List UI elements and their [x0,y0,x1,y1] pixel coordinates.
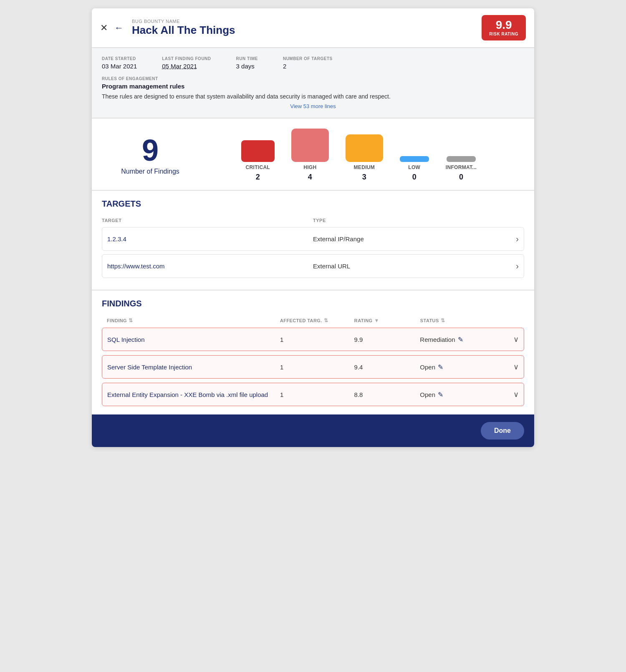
main-container: ✕ ← BUG BOUNTY NAME Hack All The Things … [92,8,534,447]
sort-icon-rating: ▼ [374,318,379,323]
finding-row[interactable]: External Entity Expansion - XXE Bomb via… [102,383,524,406]
meta-row-1: DATE STARTED 03 Mar 2021 LAST FINDING FO… [102,56,524,70]
sort-icon-finding: ⇅ [129,318,133,323]
finding-status-3: Open ✎ [420,391,513,399]
high-count: 4 [308,173,312,182]
target-name-2: https://www.test.com [107,263,313,270]
severity-critical: CRITICAL 2 [241,140,275,182]
chevron-down-icon[interactable]: ∨ [513,362,519,371]
targets-title: TARGETS [102,199,524,209]
targets-header: TARGET TYPE [102,215,524,225]
critical-bar [241,140,275,162]
last-finding: LAST FINDING FOUND 05 Mar 2021 [162,56,211,70]
finding-targets-3: 1 [280,391,354,398]
critical-label: CRITICAL [246,164,270,170]
run-time: RUN TIME 3 days [236,56,258,70]
findings-number: 9 [142,135,159,165]
rules-desc: These rules are designed to ensure that … [102,93,524,100]
chevron-right-icon: › [516,261,519,271]
header: ✕ ← BUG BOUNTY NAME Hack All The Things … [92,8,534,48]
edit-icon[interactable]: ✎ [438,391,443,399]
medium-label: MEDIUM [354,164,375,170]
done-button[interactable]: Done [481,422,524,440]
page-title: Hack All The Things [132,24,235,37]
target-row[interactable]: https://www.test.com External URL › [102,254,524,278]
chevron-down-icon[interactable]: ∨ [513,335,519,344]
finding-targets-1: 1 [280,336,354,343]
rules-title: Program management rules [102,83,524,90]
last-finding-label: LAST FINDING FOUND [162,56,211,61]
finding-row[interactable]: SQL Injection 1 9.9 Remediation ✎ ∨ [102,328,524,351]
num-targets-label: NUMBER OF TARGETS [283,56,333,61]
medium-bar [346,134,383,162]
finding-name-2: Server Side Template Injection [107,364,280,371]
findings-section: FINDINGS FINDING ⇅ AFFECTED TARG. ⇅ RATI… [92,291,534,414]
finding-name-3: External Entity Expansion - XXE Bomb via… [107,391,280,398]
findings-count-block: 9 Number of Findings [104,135,196,175]
back-icon[interactable]: ← [114,23,124,33]
target-type-2: External URL [313,263,516,270]
col-affected[interactable]: AFFECTED TARG. ⇅ [280,318,354,323]
num-targets-value: 2 [283,63,333,70]
severity-bars: CRITICAL 2 HIGH 4 MEDIUM 3 LOW 0 INFORMA… [196,129,522,182]
close-icon[interactable]: ✕ [100,23,108,33]
bug-bounty-label: BUG BOUNTY NAME [132,19,235,24]
severity-medium: MEDIUM 3 [346,134,383,182]
finding-targets-2: 1 [280,364,354,371]
stats-section: 9 Number of Findings CRITICAL 2 HIGH 4 M… [92,119,534,191]
chevron-down-icon[interactable]: ∨ [513,390,519,399]
date-started-value: 03 Mar 2021 [102,63,137,70]
target-name-1: 1.2.3.4 [107,235,313,243]
critical-count: 2 [256,173,260,182]
footer: Done [92,414,534,447]
target-type-1: External IP/Range [313,235,516,243]
col-rating[interactable]: RATING ▼ [354,318,420,323]
severity-low: LOW 0 [400,156,429,182]
targets-section: TARGETS TARGET TYPE 1.2.3.4 External IP/… [92,191,534,291]
num-targets: NUMBER OF TARGETS 2 [283,56,333,70]
risk-label: RISK RATING [489,32,518,36]
medium-count: 3 [362,173,366,182]
risk-badge: 9.9 RISK RATING [482,15,526,40]
targets-col-type: TYPE [313,218,524,223]
low-label: LOW [408,164,420,170]
info-label: INFORMAT... [446,164,477,170]
severity-high: HIGH 4 [291,129,329,182]
finding-row[interactable]: Server Side Template Injection 1 9.4 Ope… [102,355,524,379]
info-bar [447,156,476,162]
view-more-link[interactable]: View 53 more lines [102,103,524,109]
finding-rating-2: 9.4 [354,364,420,371]
finding-rating-1: 9.9 [354,336,420,343]
meta-section: DATE STARTED 03 Mar 2021 LAST FINDING FO… [92,48,534,119]
rules-block: RULES OF ENGAGEMENT Program management r… [102,76,524,109]
low-bar [400,156,429,162]
high-bar [291,129,329,162]
severity-info: INFORMAT... 0 [446,156,477,182]
header-title-block: BUG BOUNTY NAME Hack All The Things [132,19,235,37]
date-started-label: DATE STARTED [102,56,137,61]
col-status[interactable]: STATUS ⇅ [420,318,519,323]
finding-status-2: Open ✎ [420,363,513,371]
last-finding-value: 05 Mar 2021 [162,63,211,70]
findings-label: Number of Findings [121,168,179,175]
rules-label: RULES OF ENGAGEMENT [102,76,524,81]
findings-title: FINDINGS [102,299,524,308]
low-count: 0 [412,173,416,182]
risk-number: 9.9 [489,19,518,31]
chevron-right-icon: › [516,234,519,244]
finding-status-1: Remediation ✎ [420,336,513,344]
sort-icon-status: ⇅ [441,318,445,323]
finding-name-1: SQL Injection [107,336,280,343]
targets-col-target: TARGET [102,218,313,223]
run-time-label: RUN TIME [236,56,258,61]
high-label: HIGH [303,164,316,170]
findings-header: FINDING ⇅ AFFECTED TARG. ⇅ RATING ▼ STAT… [102,315,524,326]
date-started: DATE STARTED 03 Mar 2021 [102,56,137,70]
col-finding[interactable]: FINDING ⇅ [107,318,280,323]
run-time-value: 3 days [236,63,258,70]
edit-icon[interactable]: ✎ [458,336,463,344]
edit-icon[interactable]: ✎ [438,363,443,371]
target-row[interactable]: 1.2.3.4 External IP/Range › [102,227,524,251]
info-count: 0 [459,173,463,182]
finding-rating-3: 8.8 [354,391,420,398]
